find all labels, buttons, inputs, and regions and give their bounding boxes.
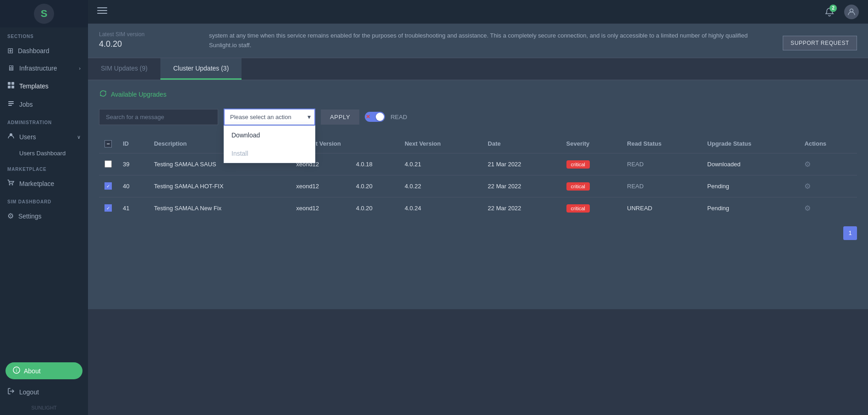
cell-id: 41 — [117, 197, 148, 219]
support-request-button[interactable]: SUPPORT REQUEST — [783, 36, 857, 50]
sim-version-value: 4.0.20 — [99, 39, 191, 49]
row-checkbox[interactable]: ✓ — [104, 204, 112, 212]
search-input[interactable] — [99, 109, 218, 125]
cell-current-version-1: xeond12 — [291, 175, 350, 197]
controls-row: Please select an action Download Install… — [99, 109, 857, 126]
col-read-status: Read Status — [621, 135, 702, 153]
cell-id: 39 — [117, 153, 148, 175]
marketplace-section-label: MARKETPLACE — [0, 160, 88, 175]
svg-text:i: i — [16, 368, 17, 373]
cell-date: 22 Mar 2022 — [482, 197, 560, 219]
col-actions: Actions — [799, 135, 857, 153]
sidebar-item-label: Templates — [19, 82, 49, 90]
table-row: ✓ 41 Testing SAMALA New Fix xeond12 4.0.… — [99, 197, 857, 219]
read-label: READ — [390, 114, 407, 120]
row-gear-button[interactable]: ⚙ — [804, 182, 811, 191]
sidebar-footer: SUNLIGHT — [0, 401, 88, 415]
cell-current-version-1: xeond12 — [291, 197, 350, 219]
sidebar-item-label: Marketplace — [19, 180, 54, 187]
settings-icon: ⚙ — [7, 212, 14, 220]
cell-severity: critical — [561, 153, 622, 175]
available-upgrades-header: Available Upgrades — [99, 89, 857, 99]
svg-rect-1 — [11, 82, 14, 85]
cell-current-version-2: 4.0.18 — [351, 153, 399, 175]
toggle-x-icon: ✕ — [366, 114, 370, 120]
templates-icon — [7, 82, 15, 91]
sidebar-logo: S — [0, 0, 88, 27]
sidebar-sub-item-users-dashboard[interactable]: Users Dashboard — [0, 146, 88, 160]
cell-actions: ⚙ — [799, 175, 857, 197]
sidebar-item-users[interactable]: Users ∨ — [0, 128, 88, 146]
action-dropdown-menu: Download Install — [224, 126, 315, 163]
about-icon: i — [13, 366, 20, 375]
sidebar-item-label: Users — [19, 133, 36, 141]
topbar-right: 2 — [822, 5, 859, 19]
recycle-icon — [99, 89, 107, 99]
cell-upgrade-status: Downloaded — [702, 153, 799, 175]
read-toggle[interactable]: ✕ — [365, 112, 385, 122]
svg-point-8 — [9, 184, 11, 186]
chevron-right-icon: › — [79, 66, 81, 71]
hamburger-menu[interactable] — [97, 5, 107, 18]
chevron-down-icon: ∨ — [77, 134, 81, 140]
jobs-icon — [7, 100, 15, 109]
cell-current-version-2: 4.0.20 — [351, 197, 399, 219]
updates-table: ID Description Current Version Next Vers… — [99, 135, 857, 219]
page-1-button[interactable]: 1 — [843, 226, 857, 240]
sidebar-item-label: Infrastructure — [19, 65, 57, 72]
about-button[interactable]: i About — [5, 362, 82, 379]
info-bar: Latest SIM version 4.0.20 system at any … — [88, 24, 868, 58]
updates-section: Available Upgrades Please select an acti… — [88, 80, 868, 309]
page-content: Latest SIM version 4.0.20 system at any … — [88, 24, 868, 415]
action-select-wrapper: Please select an action Download Install… — [224, 109, 315, 126]
apply-button[interactable]: APPLY — [321, 109, 359, 125]
col-date: Date — [482, 135, 560, 153]
select-all-checkbox[interactable] — [104, 140, 112, 147]
sim-dashboard-label: SIM DASHBOARD — [0, 193, 88, 207]
sim-version-box: Latest SIM version 4.0.20 — [99, 31, 191, 49]
sidebar-item-dashboard[interactable]: ⊞ Dashboard — [0, 42, 88, 60]
cell-read-status: UNREAD — [621, 197, 702, 219]
action-select[interactable]: Please select an action Download Install — [224, 109, 315, 126]
row-gear-button[interactable]: ⚙ — [804, 160, 811, 169]
user-avatar[interactable] — [844, 5, 859, 19]
sidebar-item-templates[interactable]: Templates — [0, 77, 88, 95]
cell-severity: critical — [561, 197, 622, 219]
cell-date: 22 Mar 2022 — [482, 175, 560, 197]
table-row: 39 Testing SAMALA SAUS xeond12 4.0.18 4.… — [99, 153, 857, 175]
sidebar-item-label: Dashboard — [18, 47, 49, 55]
svg-rect-0 — [8, 82, 11, 85]
app-logo: S — [34, 4, 54, 24]
cell-date: 21 Mar 2022 — [482, 153, 560, 175]
dropdown-item-install[interactable]: Install — [224, 144, 315, 163]
tab-sim-updates[interactable]: SIM Updates (9) — [88, 58, 160, 80]
info-description: system at any time when this service rem… — [209, 31, 757, 50]
col-severity: Severity — [561, 135, 622, 153]
sidebar-item-marketplace[interactable]: Marketplace — [0, 175, 88, 193]
col-checkbox — [99, 135, 117, 153]
cell-current-version-2: 4.0.20 — [351, 175, 399, 197]
dropdown-item-download[interactable]: Download — [224, 126, 315, 144]
cell-description: Testing SAMALA HOT-FIX — [148, 175, 291, 197]
toggle-wrapper: ✕ READ — [365, 112, 407, 122]
col-upgrade-status: Upgrade Status — [702, 135, 799, 153]
sidebar-item-jobs[interactable]: Jobs — [0, 95, 88, 114]
main-content: 2 Latest SIM version 4.0.20 system at an… — [88, 0, 868, 415]
notification-badge: 2 — [830, 5, 837, 12]
row-gear-button[interactable]: ⚙ — [804, 204, 811, 213]
row-checkbox[interactable]: ✓ — [104, 182, 112, 190]
admin-label: ADMINISTRATION — [0, 114, 88, 128]
sidebar-item-logout[interactable]: Logout — [0, 383, 88, 401]
infrastructure-icon: 🖥 — [7, 64, 15, 72]
col-id: ID — [117, 135, 148, 153]
svg-rect-4 — [8, 101, 14, 102]
cell-read-status: READ — [621, 153, 702, 175]
notifications-button[interactable]: 2 — [822, 5, 837, 19]
sidebar-item-settings[interactable]: ⚙ Settings — [0, 207, 88, 225]
cell-upgrade-status: Pending — [702, 197, 799, 219]
logout-icon — [7, 388, 15, 397]
sidebar-item-label: Jobs — [19, 101, 33, 108]
sidebar-item-infrastructure[interactable]: 🖥 Infrastructure › — [0, 60, 88, 77]
row-checkbox[interactable] — [104, 160, 112, 168]
tab-cluster-updates[interactable]: Cluster Updates (3) — [160, 58, 242, 80]
